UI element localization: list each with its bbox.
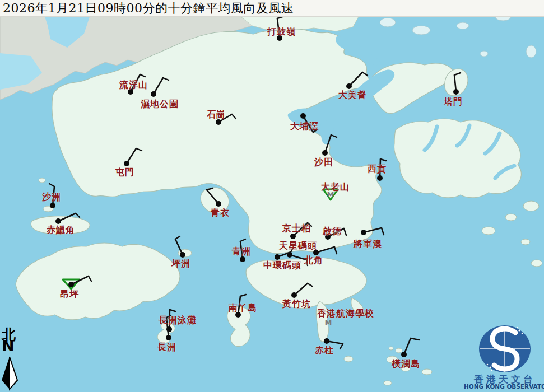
station-dot [453,89,459,95]
station-label-sha-chau: 沙洲 [42,192,61,203]
station-dot [216,201,221,207]
station-label-cheung-chau-beach: 長洲泳灘 [159,315,197,326]
station-label-waglan-island: 橫瀾島 [392,358,420,370]
station-label-central-pier: 中環碼頭 [263,260,301,272]
hko-logo [479,325,531,372]
station-label-tuen-mun: 屯門 [115,167,134,179]
station-label-tai-po-kau: 大埔滘 [290,121,319,133]
station-label-wong-chuk-hang: 黃竹坑 [282,298,311,310]
station-label-tsing-yi: 青衣 [211,207,230,219]
land-sai-kung-east [394,119,521,198]
station-label-hk-sea-school: 香港航海學校 [317,308,374,320]
station-dot [291,292,297,298]
maintenance-m-icon: M [325,319,332,327]
station-label-green-island: 青洲 [232,246,251,258]
station-dot [322,150,328,156]
station-label-lamma-island: 南丫島 [229,302,257,314]
station-label-shek-kong: 石崗 [207,109,226,121]
station-dot [124,161,129,166]
station-label-wetland-park: 濕地公園 [141,99,179,110]
station-label-star-ferry: 天星碼頭 [279,240,317,252]
wind-map: MM 打鼓嶺流浮山濕地公園石崗大美督塔門大埔滘沙田西貢屯門大老山沙洲赤鱲角青衣京… [0,0,544,392]
station-dot [324,338,329,344]
station-label-tai-mei-tuk: 大美督 [338,90,367,101]
station-label-sha-tin: 沙田 [314,157,333,169]
station-label-tseung-kwan-o: 將軍澳 [354,239,382,250]
station-dot [166,335,171,340]
hko-name-english: HONG KONG OBSERVATORY [464,383,544,390]
station-dot [55,218,61,224]
station-label-kings-park: 京士柏 [282,223,311,235]
station-label-tap-mun: 塔門 [444,96,463,108]
station-dot [50,203,55,208]
station-dot [346,83,352,89]
station-dot [151,91,156,97]
station-dot [275,254,280,260]
north-label-n: N [2,338,15,353]
station-dot [377,175,383,181]
station-label-tates-cairn: 大老山 [321,181,350,193]
station-dot [300,113,306,119]
station-label-ngong-ping: 昂坪 [60,289,79,301]
station-label-kai-tak: 啟德 [323,226,342,237]
station-label-lau-fau-shan: 流浮山 [119,80,148,91]
station-dot [401,352,407,357]
station-dot [68,282,74,287]
hong-kong-map: MM [0,0,544,392]
station-label-stanley: 赤柱 [315,345,334,357]
station-label-sai-kung: 西貢 [368,164,387,175]
station-label-cheung-chau: 長洲 [157,342,176,353]
station-dot [361,230,366,235]
station-hk-sea-school: M [325,319,332,327]
station-label-chek-lap-kok: 赤鱲角 [47,225,75,236]
station-label-ta-kwu-ling: 打鼓嶺 [267,26,296,38]
station-label-peng-chau: 坪洲 [171,258,190,270]
station-dot [180,252,185,258]
map-title: 2026年1月21日09時00分的十分鐘平均風向及風速 [0,0,294,17]
title-bar: 2026年1月21日09時00分的十分鐘平均風向及風速 [0,0,544,17]
station-label-north-point: 北角 [304,255,323,267]
